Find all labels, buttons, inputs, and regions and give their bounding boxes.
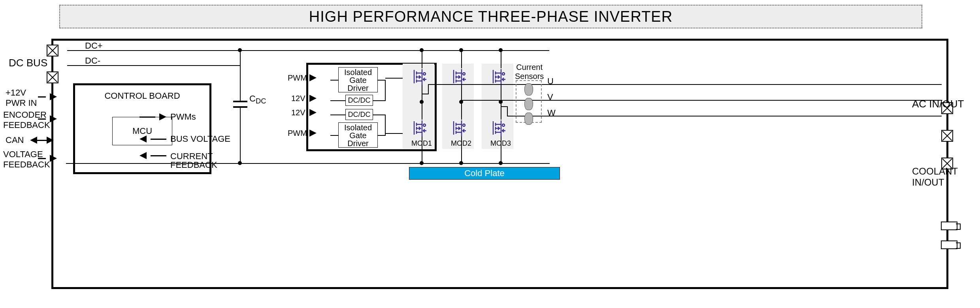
iso-gate-driver-bot: Isolated Gate Driver (338, 122, 378, 148)
current-fb-label: CURRENT FEEDBACK (170, 152, 217, 169)
v12-arrow-top (309, 95, 317, 102)
current-sensor-u-icon (524, 83, 533, 96)
current-sensor-w-icon (524, 113, 533, 125)
mosfet-q3-bot (488, 119, 507, 137)
svg-point-4 (502, 73, 505, 75)
phase-w-label: W (547, 108, 556, 118)
phase-u-label: U (547, 76, 554, 86)
node-phase-u (420, 100, 424, 104)
current-sensor-v-icon (524, 98, 533, 110)
control-board-title: CONTROL BOARD (75, 91, 209, 101)
coolant-label: COOLANT IN/OUT (912, 166, 958, 188)
bus-voltage-signal: BUS VOLTAGE (139, 134, 230, 144)
diagram-title: HIGH PERFORMANCE THREE-PHASE INVERTER (59, 5, 922, 28)
node-dcplus-cap (238, 48, 242, 52)
pwm-in-bot: PWM (309, 130, 317, 137)
node-dcminus-cap (238, 161, 242, 165)
v12-label-bot: 12V (291, 108, 305, 117)
dc-minus-terminal (47, 71, 58, 83)
svg-point-2 (463, 73, 465, 75)
mosfet-q2-bot (449, 119, 467, 137)
current-sensors-title: Current Sensors (515, 63, 544, 81)
pwr-in-label: +12V PWR IN (6, 88, 37, 108)
pwm-label-top: PWM (288, 73, 307, 83)
svg-point-1 (423, 124, 426, 126)
coolant-port-out (941, 240, 957, 249)
mosfet-q1-bot (409, 119, 428, 137)
dc-minus-label: DC- (85, 56, 100, 66)
current-sensors-box (516, 80, 542, 123)
ac-inout-label: AC IN/OUT (912, 98, 964, 110)
can-label: CAN (6, 135, 24, 145)
mosfet-q1-top (409, 68, 428, 86)
v12-arrow-bot (309, 109, 317, 116)
phase-v-label: V (547, 92, 553, 102)
iso-gate-driver-top: Isolated Gate Driver (338, 67, 378, 92)
svg-point-3 (463, 124, 465, 126)
coolant-port-in (941, 222, 957, 230)
voltage-fb-arrow (38, 155, 57, 162)
cap-sub: DC (256, 97, 266, 105)
current-fb-signal: CURRENT FEEDBACK (139, 152, 217, 169)
pwm-in-top: PWM (309, 74, 317, 81)
dc-plus-terminal (47, 45, 58, 56)
cap-lead-top (240, 50, 241, 101)
pwm-label-bot: PWM (288, 129, 307, 138)
cap-lead-bot (240, 107, 241, 164)
cap-c: C (249, 94, 256, 103)
cold-plate: Cold Plate (409, 167, 560, 180)
dc-bus-label: DC BUS (9, 57, 47, 69)
pwr-in-arrow (38, 93, 57, 100)
mosfet-q2-top (449, 68, 467, 86)
svg-point-5 (502, 124, 505, 126)
capacitor-label: CDC (249, 94, 266, 105)
encoder-arrow (38, 115, 57, 122)
pwms-signal: PWMs (139, 112, 196, 122)
mosfet-q3-top (488, 68, 507, 86)
bus-voltage-label: BUS VOLTAGE (170, 134, 230, 144)
ac-v-terminal (941, 130, 953, 142)
dcdc-bot: DC/DC (345, 109, 373, 120)
dc-plus-rail (67, 50, 549, 51)
svg-point-0 (423, 73, 426, 75)
inverter-enclosure: DC+ DC- CDC CONTROL BOARD MCU PWMs BUS V… (51, 39, 948, 289)
dc-plus-label: DC+ (85, 41, 103, 51)
diagram-canvas: HIGH PERFORMANCE THREE-PHASE INVERTER DC… (0, 0, 980, 308)
can-bidir-arrow (30, 137, 54, 144)
pwms-label: PWMs (170, 112, 196, 122)
dcdc-top: DC/DC (345, 95, 373, 106)
v12-label-top: 12V (291, 94, 305, 103)
